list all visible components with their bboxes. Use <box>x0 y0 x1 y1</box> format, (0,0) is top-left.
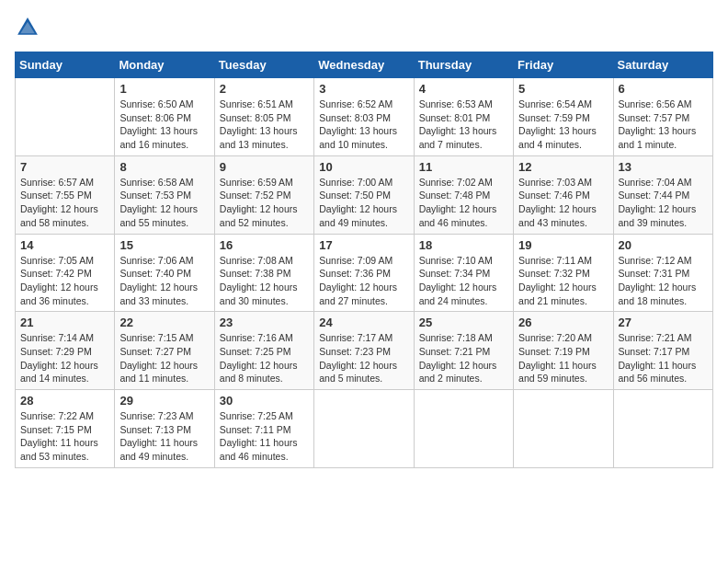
cell-info: Sunrise: 6:57 AMSunset: 7:55 PMDaylight:… <box>20 176 109 230</box>
cell-info: Sunrise: 7:06 AMSunset: 7:40 PMDaylight:… <box>119 254 209 308</box>
calendar-cell <box>414 390 513 468</box>
cell-info: Sunrise: 7:22 AMSunset: 7:15 PMDaylight:… <box>20 409 109 464</box>
day-number: 18 <box>419 238 508 252</box>
day-of-week-header: Friday <box>514 52 613 78</box>
calendar-cell: 1Sunrise: 6:50 AMSunset: 8:06 PMDaylight… <box>115 78 214 156</box>
calendar-cell: 28Sunrise: 7:22 AMSunset: 7:15 PMDayligh… <box>16 390 115 468</box>
cell-info: Sunrise: 7:03 AMSunset: 7:46 PMDaylight:… <box>518 176 608 230</box>
cell-info: Sunrise: 7:21 AMSunset: 7:17 PMDaylight:… <box>619 331 708 385</box>
cell-info: Sunrise: 7:15 AMSunset: 7:27 PMDaylight:… <box>119 331 209 385</box>
calendar-cell: 24Sunrise: 7:17 AMSunset: 7:23 PMDayligh… <box>314 312 414 390</box>
day-number: 2 <box>220 82 309 96</box>
calendar-cell: 26Sunrise: 7:20 AMSunset: 7:19 PMDayligh… <box>514 312 613 390</box>
cell-info: Sunrise: 7:04 AMSunset: 7:44 PMDaylight:… <box>619 176 708 230</box>
calendar-table: SundayMondayTuesdayWednesdayThursdayFrid… <box>15 52 713 468</box>
cell-info: Sunrise: 7:08 AMSunset: 7:38 PMDaylight:… <box>220 254 309 308</box>
logo <box>15 15 44 40</box>
cell-info: Sunrise: 6:59 AMSunset: 7:52 PMDaylight:… <box>220 176 309 230</box>
day-number: 29 <box>119 394 209 408</box>
calendar-week-row: 14Sunrise: 7:05 AMSunset: 7:42 PMDayligh… <box>16 234 713 312</box>
day-number: 8 <box>119 160 209 174</box>
calendar-cell <box>314 390 414 468</box>
calendar-cell: 21Sunrise: 7:14 AMSunset: 7:29 PMDayligh… <box>16 312 115 390</box>
day-number: 9 <box>220 160 309 174</box>
calendar-header-row: SundayMondayTuesdayWednesdayThursdayFrid… <box>16 52 713 78</box>
day-number: 14 <box>20 238 109 252</box>
cell-info: Sunrise: 6:54 AMSunset: 7:59 PMDaylight:… <box>518 98 608 152</box>
day-number: 22 <box>119 316 209 329</box>
calendar-cell: 15Sunrise: 7:06 AMSunset: 7:40 PMDayligh… <box>115 234 214 312</box>
calendar-cell: 5Sunrise: 6:54 AMSunset: 7:59 PMDaylight… <box>514 78 613 156</box>
calendar-cell: 2Sunrise: 6:51 AMSunset: 8:05 PMDaylight… <box>214 78 313 156</box>
cell-info: Sunrise: 6:51 AMSunset: 8:05 PMDaylight:… <box>220 98 309 152</box>
day-number: 10 <box>319 160 408 174</box>
calendar-week-row: 7Sunrise: 6:57 AMSunset: 7:55 PMDaylight… <box>16 155 713 234</box>
calendar-cell: 6Sunrise: 6:56 AMSunset: 7:57 PMDaylight… <box>613 78 712 156</box>
calendar-cell: 12Sunrise: 7:03 AMSunset: 7:46 PMDayligh… <box>514 155 613 234</box>
day-of-week-header: Tuesday <box>214 52 313 78</box>
page-header <box>15 15 713 40</box>
calendar-cell: 20Sunrise: 7:12 AMSunset: 7:31 PMDayligh… <box>613 234 712 312</box>
cell-info: Sunrise: 7:05 AMSunset: 7:42 PMDaylight:… <box>20 254 109 308</box>
day-number: 25 <box>419 316 508 329</box>
cell-info: Sunrise: 6:52 AMSunset: 8:03 PMDaylight:… <box>319 98 408 152</box>
day-number: 23 <box>220 316 309 329</box>
day-number: 27 <box>619 316 708 329</box>
day-number: 12 <box>518 160 608 174</box>
day-number: 21 <box>20 316 109 329</box>
cell-info: Sunrise: 7:11 AMSunset: 7:32 PMDaylight:… <box>518 254 608 308</box>
calendar-cell: 3Sunrise: 6:52 AMSunset: 8:03 PMDaylight… <box>314 78 414 156</box>
day-number: 17 <box>319 238 408 252</box>
cell-info: Sunrise: 7:16 AMSunset: 7:25 PMDaylight:… <box>220 331 309 385</box>
cell-info: Sunrise: 7:23 AMSunset: 7:13 PMDaylight:… <box>119 409 209 464</box>
calendar-cell: 7Sunrise: 6:57 AMSunset: 7:55 PMDaylight… <box>16 155 115 234</box>
calendar-cell: 19Sunrise: 7:11 AMSunset: 7:32 PMDayligh… <box>514 234 613 312</box>
cell-info: Sunrise: 7:14 AMSunset: 7:29 PMDaylight:… <box>20 331 109 385</box>
calendar-cell: 25Sunrise: 7:18 AMSunset: 7:21 PMDayligh… <box>414 312 513 390</box>
day-number: 19 <box>518 238 608 252</box>
day-number: 13 <box>619 160 708 174</box>
calendar-cell: 4Sunrise: 6:53 AMSunset: 8:01 PMDaylight… <box>414 78 513 156</box>
day-number: 20 <box>619 238 708 252</box>
calendar-cell: 11Sunrise: 7:02 AMSunset: 7:48 PMDayligh… <box>414 155 513 234</box>
day-number: 3 <box>319 82 408 96</box>
cell-info: Sunrise: 6:53 AMSunset: 8:01 PMDaylight:… <box>419 98 508 152</box>
day-of-week-header: Sunday <box>16 52 115 78</box>
calendar-cell: 9Sunrise: 6:59 AMSunset: 7:52 PMDaylight… <box>214 155 313 234</box>
cell-info: Sunrise: 6:50 AMSunset: 8:06 PMDaylight:… <box>119 98 209 152</box>
cell-info: Sunrise: 7:12 AMSunset: 7:31 PMDaylight:… <box>619 254 708 308</box>
calendar-cell: 18Sunrise: 7:10 AMSunset: 7:34 PMDayligh… <box>414 234 513 312</box>
calendar-cell: 22Sunrise: 7:15 AMSunset: 7:27 PMDayligh… <box>115 312 214 390</box>
day-of-week-header: Thursday <box>414 52 513 78</box>
calendar-cell: 27Sunrise: 7:21 AMSunset: 7:17 PMDayligh… <box>613 312 712 390</box>
calendar-cell <box>613 390 712 468</box>
cell-info: Sunrise: 7:20 AMSunset: 7:19 PMDaylight:… <box>518 331 608 385</box>
calendar-cell: 13Sunrise: 7:04 AMSunset: 7:44 PMDayligh… <box>613 155 712 234</box>
day-number: 24 <box>319 316 408 329</box>
logo-icon <box>15 15 40 40</box>
cell-info: Sunrise: 7:00 AMSunset: 7:50 PMDaylight:… <box>319 176 408 230</box>
cell-info: Sunrise: 7:02 AMSunset: 7:48 PMDaylight:… <box>419 176 508 230</box>
day-number: 16 <box>220 238 309 252</box>
day-of-week-header: Saturday <box>613 52 712 78</box>
calendar-week-row: 21Sunrise: 7:14 AMSunset: 7:29 PMDayligh… <box>16 312 713 390</box>
calendar-week-row: 28Sunrise: 7:22 AMSunset: 7:15 PMDayligh… <box>16 390 713 468</box>
calendar-cell: 16Sunrise: 7:08 AMSunset: 7:38 PMDayligh… <box>214 234 313 312</box>
calendar-cell: 10Sunrise: 7:00 AMSunset: 7:50 PMDayligh… <box>314 155 414 234</box>
day-number: 6 <box>619 82 708 96</box>
day-number: 30 <box>220 394 309 408</box>
day-number: 15 <box>119 238 209 252</box>
day-number: 7 <box>20 160 109 174</box>
day-of-week-header: Wednesday <box>314 52 414 78</box>
day-number: 28 <box>20 394 109 408</box>
calendar-cell: 8Sunrise: 6:58 AMSunset: 7:53 PMDaylight… <box>115 155 214 234</box>
cell-info: Sunrise: 7:09 AMSunset: 7:36 PMDaylight:… <box>319 254 408 308</box>
calendar-cell: 29Sunrise: 7:23 AMSunset: 7:13 PMDayligh… <box>115 390 214 468</box>
cell-info: Sunrise: 6:56 AMSunset: 7:57 PMDaylight:… <box>619 98 708 152</box>
day-number: 4 <box>419 82 508 96</box>
cell-info: Sunrise: 7:17 AMSunset: 7:23 PMDaylight:… <box>319 331 408 385</box>
day-number: 1 <box>119 82 209 96</box>
day-of-week-header: Monday <box>115 52 214 78</box>
cell-info: Sunrise: 7:18 AMSunset: 7:21 PMDaylight:… <box>419 331 508 385</box>
calendar-cell: 23Sunrise: 7:16 AMSunset: 7:25 PMDayligh… <box>214 312 313 390</box>
